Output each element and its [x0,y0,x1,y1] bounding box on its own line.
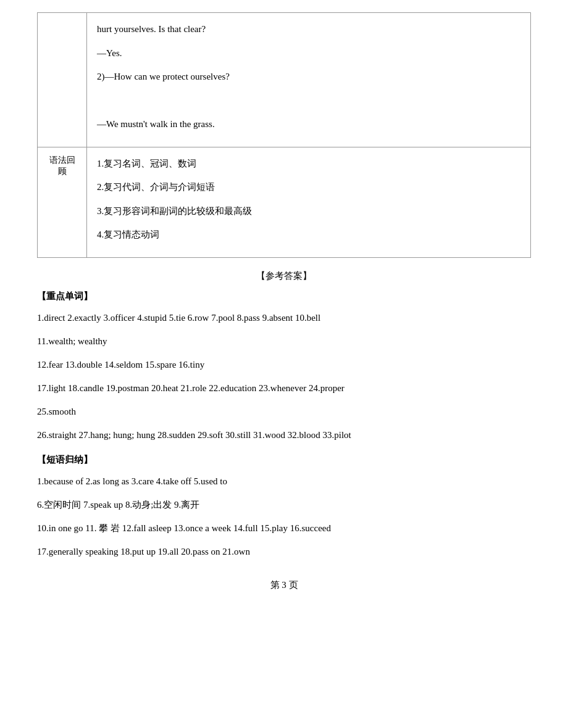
page-number: 第 3 页 [270,580,298,590]
row1-line2: —Yes. [97,44,520,62]
key-words-line4: 17.light 18.candle 19.postman 20.heat 21… [37,379,531,397]
phrases-title: 【短语归纳】 [37,454,531,466]
key-words-line2: 11.wealth; wealthy [37,332,531,350]
key-words-line5: 25.smooth [37,402,531,421]
key-words-title: 【重点单词】 [37,291,531,302]
row2-label: 语法回顾 [38,147,87,257]
row1-label-cell [38,13,87,147]
row2-item4: 4.复习情态动词 [97,226,520,244]
row2-item2: 2.复习代词、介词与介词短语 [97,178,520,196]
phrases-line4: 17.generally speaking 18.put up 19.all 2… [37,542,531,561]
main-table: hurt yourselves. Is that clear? —Yes. 2)… [37,12,531,258]
reference-answer-text: 【参考答案】 [256,271,312,281]
row2-item1: 1.复习名词、冠词、数词 [97,155,520,173]
key-words-line1: 1.direct 2.exactly 3.officer 4.stupid 5.… [37,308,531,327]
reference-answer-title: 【参考答案】 [37,270,531,282]
phrases-line1: 1.because of 2.as long as 3.care 4.take … [37,472,531,490]
key-words-section: 【重点单词】 1.direct 2.exactly 3.officer 4.st… [37,291,531,444]
row1-line3: 2)—How can we protect ourselves? [97,68,520,86]
row1-line4 [97,92,520,110]
row2-item3: 3.复习形容词和副词的比较级和最高级 [97,202,520,220]
page-footer: 第 3 页 [37,579,531,591]
row1-line1: hurt yourselves. Is that clear? [97,20,520,38]
row1-line5: —We mustn't walk in the grass. [97,115,520,133]
phrases-line2: 6.空闲时间 7.speak up 8.动身;出发 9.离开 [37,495,531,514]
row2-content-cell: 1.复习名词、冠词、数词 2.复习代词、介词与介词短语 3.复习形容词和副词的比… [87,147,531,257]
row1-content-cell: hurt yourselves. Is that clear? —Yes. 2)… [87,13,531,147]
phrases-section: 【短语归纳】 1.because of 2.as long as 3.care … [37,454,531,561]
key-words-line6: 26.straight 27.hang; hung; hung 28.sudde… [37,426,531,444]
phrases-line3: 10.in one go 11. 攀 岩 12.fall asleep 13.o… [37,519,531,537]
table-row-1: hurt yourselves. Is that clear? —Yes. 2)… [38,13,531,147]
table-row-2: 语法回顾 1.复习名词、冠词、数词 2.复习代词、介词与介词短语 3.复习形容词… [38,147,531,257]
key-words-line3: 12.fear 13.double 14.seldom 15.spare 16.… [37,355,531,374]
